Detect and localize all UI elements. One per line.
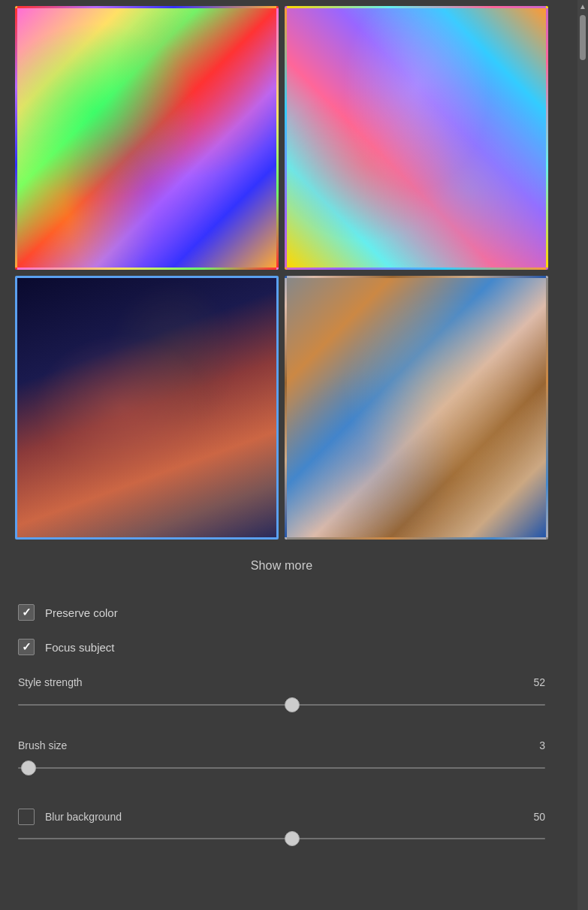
style-image-1[interactable] <box>15 6 279 270</box>
brush-size-track-container[interactable] <box>18 760 545 775</box>
preserve-color-checkbox[interactable] <box>18 604 35 621</box>
style-strength-track <box>18 704 545 706</box>
style-strength-thumb[interactable] <box>285 697 300 712</box>
brush-size-track <box>18 767 545 769</box>
brush-size-label: Brush size <box>18 739 67 751</box>
style-image-2[interactable] <box>285 6 548 270</box>
options-section: Preserve color Focus subject Style stren… <box>15 595 548 846</box>
blur-background-label: Blur background <box>45 811 122 823</box>
show-more-button[interactable]: Show more <box>15 549 548 583</box>
focus-subject-checkbox[interactable] <box>18 639 35 655</box>
blur-background-track-container[interactable] <box>18 831 545 846</box>
brush-size-section: Brush size 3 <box>18 718 545 782</box>
brush-size-thumb[interactable] <box>21 760 36 775</box>
blur-background-checkbox[interactable] <box>18 809 35 825</box>
style-strength-track-container[interactable] <box>18 697 545 712</box>
style-image-4[interactable] <box>285 276 548 540</box>
scrollbar: ▲ <box>577 0 588 910</box>
blur-background-value: 50 <box>533 811 545 823</box>
blur-background-header: Blur background 50 <box>45 811 545 823</box>
style-strength-section: Style strength 52 <box>18 664 545 718</box>
preserve-color-row: Preserve color <box>18 595 545 630</box>
style-strength-label: Style strength <box>18 676 83 688</box>
focus-subject-row: Focus subject <box>18 630 545 664</box>
style-image-3[interactable] <box>15 276 279 540</box>
scrollbar-up-arrow[interactable]: ▲ <box>577 0 588 12</box>
style-strength-value: 52 <box>533 676 545 688</box>
blur-background-track <box>18 838 545 839</box>
focus-subject-label: Focus subject <box>45 641 115 654</box>
blur-background-thumb[interactable] <box>285 831 300 846</box>
preserve-color-label: Preserve color <box>45 606 118 619</box>
style-image-grid <box>15 6 548 540</box>
brush-size-value: 3 <box>539 739 545 751</box>
blur-background-section: Blur background 50 <box>18 782 545 846</box>
scrollbar-thumb[interactable] <box>580 15 586 60</box>
